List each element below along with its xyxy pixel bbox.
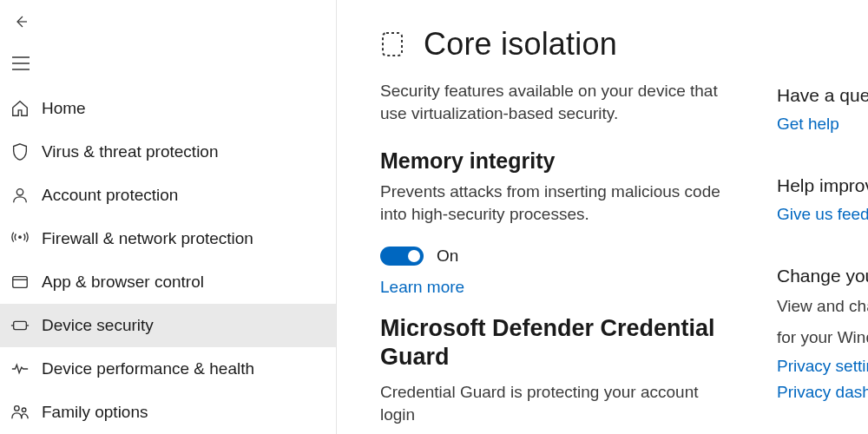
feedback-link[interactable]: Give us feedback [777,205,868,224]
toggle-thumb [408,250,420,262]
svg-rect-5 [13,277,28,288]
hamburger-icon [12,56,30,70]
aside-improve: Help improve Windows Security Give us fe… [777,175,868,224]
svg-point-10 [15,406,19,411]
nav-list: Home Virus & threat protection Account p… [0,87,336,434]
svg-rect-7 [14,321,27,329]
content-column: Core isolation Security features availab… [380,26,740,434]
privacy-dashboard-link[interactable]: Privacy dashboard [777,383,868,402]
aside-privacy-heading: Change your privacy settings [777,266,868,286]
app-icon [7,269,33,295]
sidebar-item-label: Device performance & health [42,359,254,378]
sidebar-item-virus[interactable]: Virus & threat protection [0,130,336,174]
shield-icon [7,139,33,165]
svg-point-3 [16,189,23,195]
get-help-link[interactable]: Get help [777,115,868,134]
chip-icon [7,312,33,339]
main-area: Core isolation Security features availab… [337,0,868,434]
svg-point-11 [22,408,26,412]
heart-rate-icon [7,356,33,382]
aside-privacy-text2: for your Windows device. [777,326,868,349]
aside-column: Have a question? Get help Help improve W… [777,26,868,434]
learn-more-link[interactable]: Learn more [380,278,464,297]
memory-integrity-text: Prevents attacks from inserting maliciou… [380,181,727,225]
back-button[interactable] [0,3,42,40]
memory-integrity-toggle-row: On [380,247,740,266]
page-title: Core isolation [424,26,617,62]
toggle-state-label: On [437,247,458,266]
sidebar-item-family[interactable]: Family options [0,391,336,434]
page-header: Core isolation [380,26,740,62]
sidebar-item-firewall[interactable]: Firewall & network protection [0,217,336,260]
sidebar-item-performance[interactable]: Device performance & health [0,347,336,391]
memory-integrity-heading: Memory integrity [380,148,740,174]
sidebar: Home Virus & threat protection Account p… [0,0,337,434]
core-isolation-icon [380,30,404,58]
sidebar-item-label: Device security [42,316,154,335]
sidebar-item-label: Family options [42,403,148,422]
sidebar-item-account[interactable]: Account protection [0,174,336,217]
person-icon [7,182,33,208]
sidebar-item-device-security[interactable]: Device security [0,304,336,347]
sidebar-item-app[interactable]: App & browser control [0,260,336,304]
credential-guard-text: Credential Guard is protecting your acco… [380,381,727,425]
antenna-icon [7,226,33,252]
sidebar-item-label: Firewall & network protection [42,229,253,248]
sidebar-item-label: Account protection [42,186,178,205]
aside-improve-heading: Help improve Windows Security [777,175,868,196]
sidebar-item-home[interactable]: Home [0,87,336,130]
aside-question: Have a question? Get help [777,85,868,134]
memory-integrity-toggle[interactable] [380,247,424,266]
page-subtitle: Security features available on your devi… [380,80,727,124]
sidebar-item-label: Home [42,99,86,118]
svg-rect-12 [383,33,402,56]
sidebar-item-label: Virus & threat protection [42,142,218,161]
family-icon [7,399,33,425]
menu-button[interactable] [0,45,42,82]
svg-point-4 [18,235,22,239]
aside-privacy: Change your privacy settings View and ch… [777,266,868,402]
credential-guard-heading: Microsoft Defender Credential Guard [380,314,740,373]
back-arrow-icon [13,14,29,30]
sidebar-item-label: App & browser control [42,273,204,292]
aside-privacy-text1: View and change privacy settings [777,295,868,318]
privacy-settings-link[interactable]: Privacy settings [777,357,868,376]
home-icon [7,95,33,122]
aside-question-heading: Have a question? [777,85,868,106]
